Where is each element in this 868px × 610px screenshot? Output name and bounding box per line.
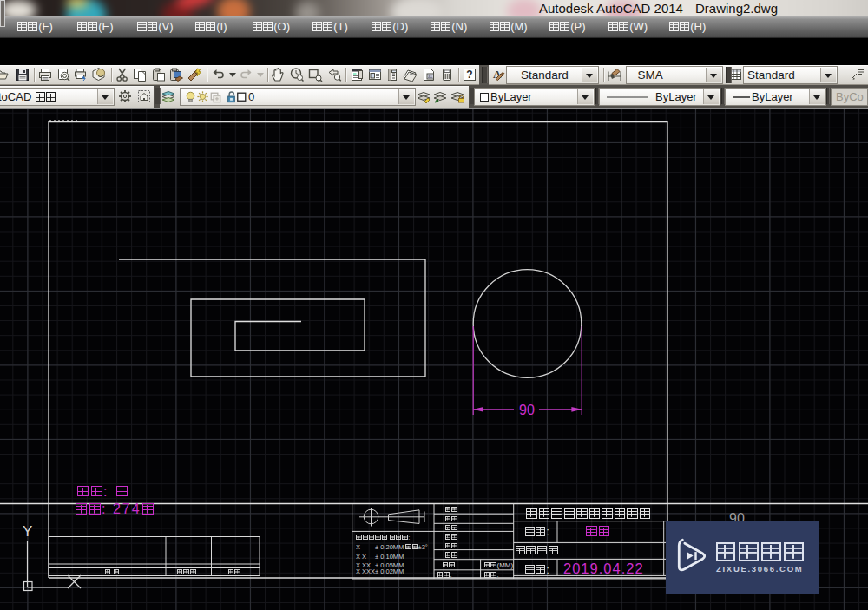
svg-text:?: ?	[466, 69, 472, 81]
